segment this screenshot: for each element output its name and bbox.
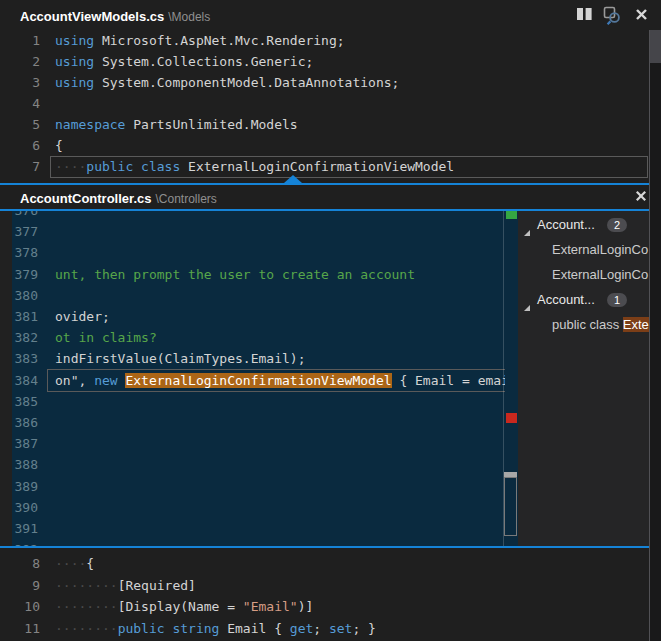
line-number: 376 — [12, 211, 38, 221]
code-line-8[interactable]: 8····{ — [0, 553, 649, 574]
reference-item[interactable]: public class Exte — [518, 313, 649, 337]
reference-count-badge: 2 — [607, 218, 627, 232]
bottom-editor-region[interactable]: 8····{9········[Required]10········[Disp… — [0, 548, 649, 641]
peek-close-button[interactable] — [631, 187, 651, 207]
line-number: 11 — [0, 618, 40, 639]
code-line-380[interactable]: 380 — [0, 285, 505, 306]
line-number: 10 — [0, 596, 40, 617]
line-number: 8 — [0, 553, 40, 574]
code-text: ········public string Email { get; set; … — [55, 618, 376, 639]
reference-file-group[interactable]: Account...1 — [518, 288, 649, 312]
code-line-4[interactable]: 4 — [0, 93, 649, 114]
line-number: 377 — [12, 221, 38, 242]
code-line-1[interactable]: 1using Microsoft.AspNet.Mvc.Rendering; — [0, 30, 649, 51]
overview-ruler-red-marker — [506, 413, 517, 423]
code-text: { — [55, 135, 63, 156]
code-line-390[interactable]: 390 — [0, 497, 505, 518]
code-line-376[interactable]: 376 — [0, 211, 505, 221]
close-icon — [634, 191, 648, 206]
code-line-2[interactable]: 2using System.Collections.Generic; — [0, 51, 649, 72]
code-line-381[interactable]: 381ovider; — [0, 306, 505, 327]
reference-item[interactable]: ExternalLoginCo — [518, 238, 649, 262]
code-line-385[interactable]: 385 — [0, 391, 505, 412]
code-line-9[interactable]: 9········[Required] — [0, 575, 649, 596]
preview-search-icon — [603, 14, 623, 29]
code-line-3[interactable]: 3using System.ComponentModel.DataAnnotat… — [0, 72, 649, 93]
peek-view-widget: AccountController.cs\Controllers 3763773… — [0, 183, 661, 548]
top-editor-region[interactable]: 1using Microsoft.AspNet.Mvc.Rendering;2u… — [0, 30, 649, 183]
code-line-11[interactable]: 11········public string Email { get; set… — [0, 618, 649, 639]
line-number: 380 — [12, 285, 38, 306]
code-text: ········[Display(Name = "Email")] — [55, 596, 313, 617]
code-line-379[interactable]: 379unt, then prompt the user to create a… — [0, 264, 505, 285]
code-line-5[interactable]: 5namespace PartsUnlimited.Models — [0, 114, 649, 135]
references-panel: Account...2ExternalLoginCoExternalLoginC… — [518, 211, 649, 546]
code-text: ········[Required] — [55, 575, 196, 596]
code-text: ot in claims? — [55, 327, 157, 348]
line-number: 388 — [12, 454, 38, 475]
code-line-384[interactable]: 384on", new ExternalLoginConfirmationVie… — [0, 370, 505, 391]
active-file-title: AccountViewModels.cs\Models — [20, 7, 210, 25]
line-number: 4 — [0, 93, 40, 114]
split-editor-button[interactable] — [574, 6, 594, 26]
peek-anchor-arrow-icon — [284, 175, 302, 183]
code-text: unt, then prompt the user to create an a… — [55, 264, 415, 285]
reference-item-label: ExternalLoginCo — [552, 263, 648, 287]
reference-item[interactable]: ExternalLoginCo — [518, 263, 649, 287]
twisty-expanded-icon[interactable] — [523, 221, 531, 237]
line-number: 382 — [12, 327, 38, 348]
code-line-391[interactable]: 391 — [0, 518, 505, 539]
line-number: 5 — [0, 114, 40, 135]
peek-scrollbar-slider-outline[interactable] — [504, 477, 517, 536]
peek-file-title: AccountController.cs\Controllers — [20, 189, 217, 207]
twisty-expanded-icon[interactable] — [523, 296, 531, 312]
line-number: 381 — [12, 306, 38, 327]
code-line-382[interactable]: 382ot in claims? — [0, 327, 505, 348]
code-text: ····public class ExternalLoginConfirmati… — [55, 156, 454, 177]
line-number: 379 — [12, 264, 38, 285]
open-preview-button[interactable] — [603, 6, 623, 26]
code-line-386[interactable]: 386 — [0, 412, 505, 433]
line-number: 385 — [12, 391, 38, 412]
code-line-378[interactable]: 378 — [0, 242, 505, 263]
line-number: 378 — [12, 242, 38, 263]
code-text: namespace PartsUnlimited.Models — [55, 114, 298, 135]
code-line-377[interactable]: 377 — [0, 221, 505, 242]
code-line-6[interactable]: 6{ — [0, 135, 649, 156]
code-line-10[interactable]: 10········[Display(Name = "Email")] — [0, 596, 649, 617]
line-number: 392 — [12, 539, 38, 546]
code-text: using System.ComponentModel.DataAnnotati… — [55, 72, 399, 93]
code-text: on", new ExternalLoginConfirmationViewMo… — [55, 370, 505, 391]
peek-title-bar: AccountController.cs\Controllers — [0, 185, 661, 209]
line-number: 389 — [12, 476, 38, 497]
peek-body: 376377378379unt, then prompt the user to… — [0, 211, 661, 546]
code-line-383[interactable]: 383indFirstValue(ClaimTypes.Email); — [0, 348, 505, 369]
active-file-path: \Models — [168, 10, 210, 24]
line-number: 6 — [0, 135, 40, 156]
peek-editor-region[interactable]: 376377378379unt, then prompt the user to… — [0, 211, 505, 546]
code-line-387[interactable]: 387 — [0, 433, 505, 454]
editor-window: AccountViewModels.cs\Models — [0, 0, 661, 641]
line-number: 384 — [12, 370, 38, 391]
line-number: 387 — [12, 433, 38, 454]
code-line-7[interactable]: 7····public class ExternalLoginConfirmat… — [0, 156, 649, 177]
code-text: ····{ — [55, 553, 94, 574]
code-line-392[interactable]: 392 — [0, 539, 505, 546]
editor-scrollbar-track[interactable] — [649, 30, 661, 641]
line-number: 383 — [12, 348, 38, 369]
code-line-388[interactable]: 388 — [0, 454, 505, 475]
line-number: 391 — [12, 518, 38, 539]
close-icon — [634, 10, 649, 25]
line-number: 1 — [0, 30, 40, 51]
line-number: 390 — [12, 497, 38, 518]
close-editor-button[interactable] — [631, 6, 651, 26]
code-text: using System.Collections.Generic; — [55, 51, 313, 72]
reference-group-label: Account... — [537, 213, 595, 237]
code-text: using Microsoft.AspNet.Mvc.Rendering; — [55, 30, 345, 51]
code-text: ovider; — [55, 306, 110, 327]
reference-file-group[interactable]: Account...2 — [518, 213, 649, 237]
peek-file-path: \Controllers — [155, 192, 216, 206]
code-line-389[interactable]: 389 — [0, 476, 505, 497]
editor-scrollbar-slider[interactable] — [650, 30, 661, 63]
line-number: 3 — [0, 72, 40, 93]
